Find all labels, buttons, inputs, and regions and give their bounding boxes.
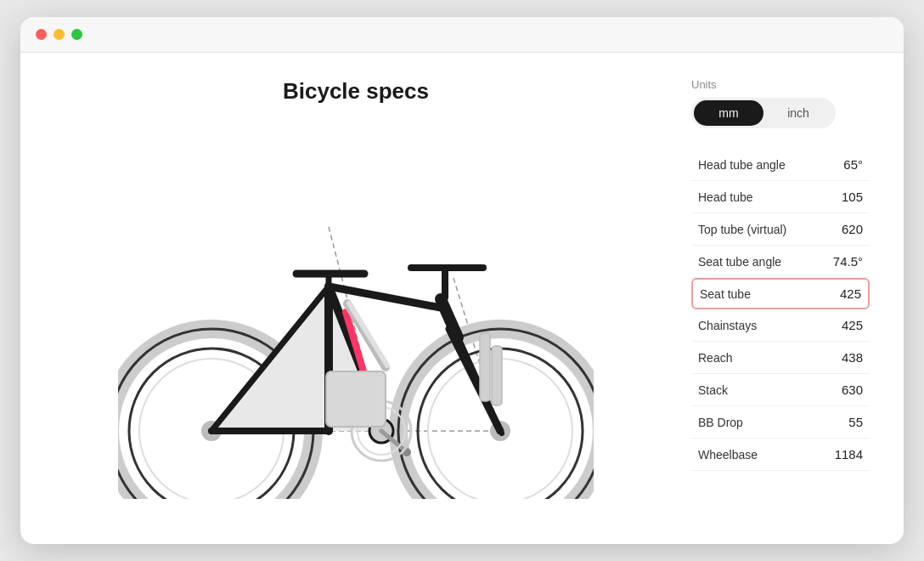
spec-name: Wheelbase	[698, 448, 758, 462]
spec-value: 620	[842, 222, 863, 236]
left-panel: Bicycle specs	[46, 78, 666, 518]
spec-row[interactable]: Chainstays425	[691, 309, 870, 342]
spec-name: Seat tube	[700, 287, 751, 301]
spec-value: 425	[842, 318, 863, 332]
spec-name: Stack	[698, 383, 728, 397]
bike-diagram	[46, 122, 666, 518]
units-label: Units	[691, 78, 870, 91]
svg-rect-32	[326, 371, 386, 427]
spec-name: Seat tube angle	[698, 255, 781, 269]
svg-rect-34	[492, 346, 502, 405]
specs-table: Head tube angle65°Head tube105Top tube (…	[691, 149, 870, 471]
spec-row[interactable]: Head tube angle65°	[691, 149, 870, 181]
spec-value: 1184	[835, 447, 863, 462]
inch-button[interactable]: inch	[763, 100, 833, 126]
unit-toggle: mm inch	[691, 98, 836, 128]
spec-name: Head tube	[698, 190, 753, 204]
spec-row[interactable]: Stack630	[691, 374, 870, 406]
minimize-button[interactable]	[54, 29, 65, 40]
spec-name: Reach	[698, 351, 732, 365]
spec-value: 425	[840, 286, 861, 301]
spec-row[interactable]: Head tube105	[691, 181, 870, 213]
spec-row[interactable]: Seat tube425	[691, 278, 870, 309]
page-title: Bicycle specs	[46, 78, 666, 105]
spec-name: Head tube angle	[698, 158, 786, 172]
app-window: Bicycle specs	[20, 17, 904, 544]
spec-row[interactable]: Reach438	[691, 342, 870, 374]
spec-row[interactable]: BB Drop55	[691, 406, 870, 439]
spec-value: 65°	[843, 157, 863, 172]
spec-value: 438	[842, 350, 863, 365]
right-panel: Units mm inch Head tube angle65°Head tub…	[666, 78, 870, 518]
spec-value: 630	[842, 382, 863, 397]
spec-value: 74.5°	[833, 254, 863, 269]
svg-rect-33	[480, 333, 490, 401]
main-content: Bicycle specs	[20, 53, 904, 544]
spec-row[interactable]: Wheelbase1184	[691, 439, 870, 471]
mm-button[interactable]: mm	[694, 100, 763, 126]
spec-value: 105	[842, 190, 863, 204]
titlebar	[20, 17, 904, 53]
close-button[interactable]	[36, 29, 47, 40]
spec-row[interactable]: Seat tube angle74.5°	[691, 246, 870, 278]
bike-svg	[118, 142, 594, 499]
spec-row[interactable]: Top tube (virtual)620	[691, 213, 870, 246]
maximize-button[interactable]	[71, 29, 82, 40]
spec-value: 55	[848, 415, 863, 429]
spec-name: BB Drop	[698, 416, 743, 429]
spec-name: Chainstays	[698, 319, 757, 332]
spec-name: Top tube (virtual)	[698, 223, 786, 236]
